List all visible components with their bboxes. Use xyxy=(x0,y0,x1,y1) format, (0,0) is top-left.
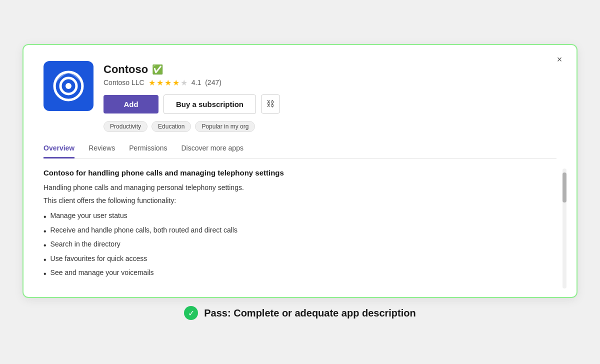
tab-discover[interactable]: Discover more apps xyxy=(181,144,244,158)
tab-overview[interactable]: Overview xyxy=(44,144,74,158)
tab-bar: Overview Reviews Permissions Discover mo… xyxy=(44,144,556,158)
feature-item-4: Use favourites for quick access xyxy=(44,253,556,267)
tab-content-overview: Contoso for handling phone calls and man… xyxy=(44,168,556,282)
feature-list: Manage your user status Receive and hand… xyxy=(44,210,556,281)
pass-label: Pass: Complete or adequate app descripti… xyxy=(204,308,416,319)
feature-item-2: Receive and handle phone calls, both rou… xyxy=(44,224,556,238)
content-description-line2: This client offers the following functio… xyxy=(44,195,556,206)
app-detail-modal: × Contoso ✅ Contoso LLC ★ ★ xyxy=(22,44,578,298)
buy-subscription-button[interactable]: Buy a subscription xyxy=(164,94,256,114)
pass-icon: ✓ xyxy=(184,306,198,320)
star-4: ★ xyxy=(172,78,180,88)
app-header: Contoso ✅ Contoso LLC ★ ★ ★ ★ ★ 4.1 (247… xyxy=(44,61,556,132)
checkmark-icon: ✓ xyxy=(188,308,194,318)
content-section-title: Contoso for handling phone calls and man… xyxy=(44,168,556,177)
add-button[interactable]: Add xyxy=(104,95,158,114)
star-rating: ★ ★ ★ ★ ★ xyxy=(148,78,188,88)
app-title-row: Contoso ✅ xyxy=(104,63,556,76)
rating-value: 4.1 xyxy=(192,78,201,86)
tab-permissions[interactable]: Permissions xyxy=(129,144,167,158)
tag-popular[interactable]: Popular in my org xyxy=(195,121,255,132)
app-icon xyxy=(44,61,94,111)
tab-reviews[interactable]: Reviews xyxy=(88,144,115,158)
feature-item-3: Search in the directory xyxy=(44,238,556,252)
tags-row: Productivity Education Popular in my org xyxy=(104,121,556,132)
tag-productivity[interactable]: Productivity xyxy=(104,121,148,132)
content-description-line1: Handling phone calls and managing person… xyxy=(44,182,556,193)
star-5: ★ xyxy=(180,78,188,88)
publisher-name: Contoso LLC xyxy=(104,78,144,86)
scrollbar-track xyxy=(562,168,566,288)
link-icon: ⛓ xyxy=(266,100,274,108)
app-publisher-row: Contoso LLC ★ ★ ★ ★ ★ 4.1 (247) xyxy=(104,78,556,88)
star-2: ★ xyxy=(156,78,164,88)
link-button[interactable]: ⛓ xyxy=(261,94,280,114)
app-name: Contoso xyxy=(104,63,148,76)
star-1: ★ xyxy=(148,78,156,88)
feature-item-5: See and manage your voicemails xyxy=(44,267,556,281)
star-3: ★ xyxy=(164,78,172,88)
result-bar: ✓ Pass: Complete or adequate app descrip… xyxy=(180,306,420,320)
rating-count: (247) xyxy=(205,78,222,86)
tag-education[interactable]: Education xyxy=(152,121,191,132)
actions-row: Add Buy a subscription ⛓ xyxy=(104,94,556,114)
close-button[interactable]: × xyxy=(552,53,566,67)
app-info: Contoso ✅ Contoso LLC ★ ★ ★ ★ ★ 4.1 (247… xyxy=(104,61,556,132)
verified-badge-icon: ✅ xyxy=(152,64,163,75)
svg-point-2 xyxy=(66,83,72,89)
scrollbar-thumb[interactable] xyxy=(562,172,566,202)
feature-item-1: Manage your user status xyxy=(44,210,556,224)
